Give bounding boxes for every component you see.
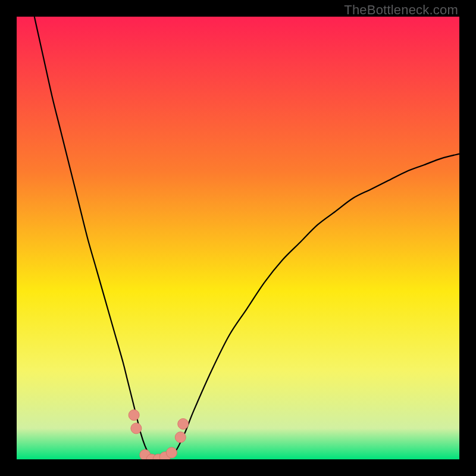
curve-marker — [178, 418, 189, 429]
curve-marker — [175, 432, 186, 443]
curve-marker — [131, 423, 142, 434]
chart-frame — [17, 17, 459, 459]
watermark-text: TheBottleneck.com — [344, 2, 458, 18]
chart-background — [17, 17, 459, 459]
bottleneck-chart — [17, 17, 459, 459]
curve-marker — [166, 447, 177, 458]
curve-marker — [129, 410, 139, 421]
